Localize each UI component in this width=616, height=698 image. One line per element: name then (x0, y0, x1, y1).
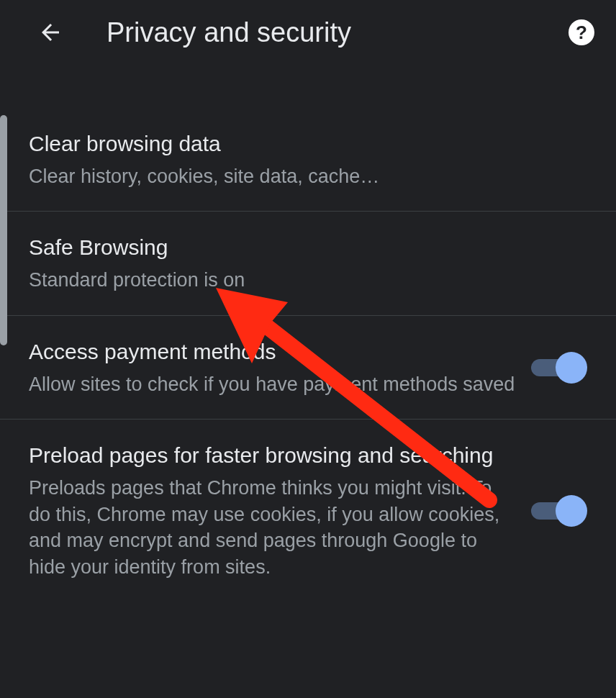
preload-pages-toggle[interactable] (531, 495, 587, 527)
help-button[interactable]: ? (569, 19, 594, 45)
item-title: Safe Browsing (29, 233, 573, 261)
item-title: Access payment methods (29, 337, 517, 366)
item-subtitle: Standard protection is on (29, 267, 573, 293)
preload-pages-item[interactable]: Preload pages for faster browsing and se… (0, 419, 616, 602)
clear-browsing-data-item[interactable]: Clear browsing data Clear history, cooki… (0, 108, 616, 211)
help-icon: ? (576, 22, 587, 44)
access-payment-methods-item[interactable]: Access payment methods Allow sites to ch… (0, 315, 616, 419)
item-subtitle: Clear history, cookies, site data, cache… (29, 163, 573, 189)
item-title: Clear browsing data (29, 130, 573, 158)
item-subtitle: Preloads pages that Chrome thinks you mi… (29, 475, 517, 580)
settings-list: Clear browsing data Clear history, cooki… (0, 108, 616, 602)
arrow-back-icon (37, 19, 63, 45)
scroll-indicator[interactable] (0, 115, 7, 345)
item-subtitle: Allow sites to check if you have payment… (29, 371, 517, 397)
header: Privacy and security ? (0, 0, 616, 65)
access-payment-methods-toggle[interactable] (531, 352, 587, 384)
safe-browsing-item[interactable]: Safe Browsing Standard protection is on (0, 211, 616, 314)
item-title: Preload pages for faster browsing and se… (29, 441, 517, 469)
toggle-thumb (556, 352, 587, 384)
page-title: Privacy and security (107, 17, 569, 48)
toggle-thumb (556, 495, 587, 527)
back-button[interactable] (36, 18, 65, 47)
